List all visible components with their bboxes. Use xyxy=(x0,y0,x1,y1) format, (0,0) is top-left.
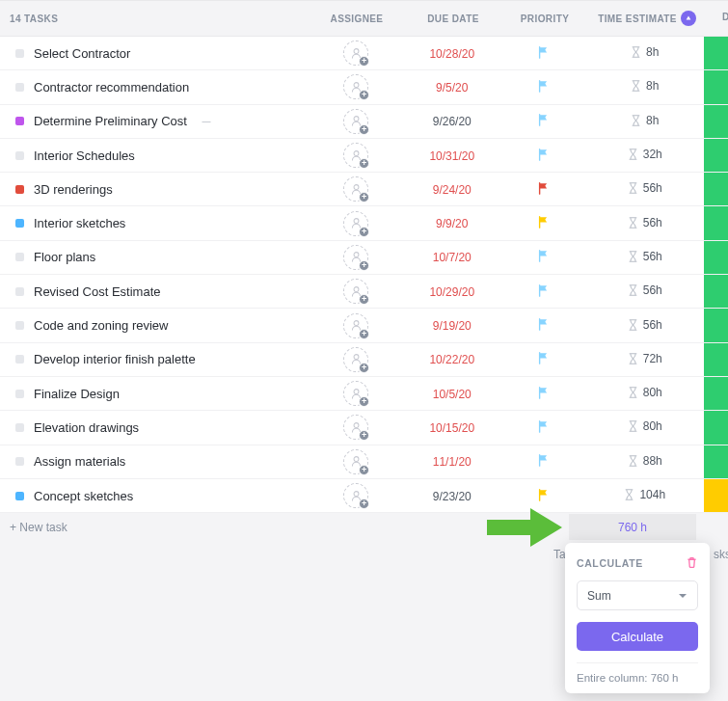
time-estimate[interactable]: 72h xyxy=(629,352,662,365)
time-estimate[interactable]: 56h xyxy=(629,250,662,263)
assignee-avatar-empty[interactable]: + xyxy=(343,415,368,440)
calculate-button[interactable]: Calculate xyxy=(577,622,698,651)
task-title[interactable]: Floor plans xyxy=(34,250,95,264)
status-bullet[interactable] xyxy=(15,219,24,228)
add-assignee-icon[interactable]: + xyxy=(359,294,369,305)
task-title[interactable]: Elevation drawings xyxy=(34,420,139,435)
priority-flag-icon[interactable] xyxy=(537,317,551,331)
priority-flag-icon[interactable] xyxy=(537,283,551,297)
time-estimate[interactable]: 88h xyxy=(629,454,662,468)
priority-flag-icon[interactable] xyxy=(537,419,551,433)
task-row[interactable]: Determine Preliminary Cost⸺+9/26/208h xyxy=(0,105,728,139)
time-estimate-total[interactable]: 760 h xyxy=(569,514,696,540)
assignee-avatar-empty[interactable]: + xyxy=(343,176,368,202)
add-assignee-icon[interactable]: + xyxy=(359,396,369,407)
status-bullet[interactable] xyxy=(15,287,24,296)
priority-flag-icon[interactable] xyxy=(537,453,551,467)
status-bullet[interactable] xyxy=(15,457,24,466)
assignee-avatar-empty[interactable]: + xyxy=(343,211,368,236)
task-title[interactable]: Interior Schedules xyxy=(34,148,135,163)
add-assignee-icon[interactable]: + xyxy=(359,158,369,169)
status-bullet[interactable] xyxy=(15,492,24,500)
priority-flag-icon[interactable] xyxy=(537,249,551,262)
time-estimate[interactable]: 56h xyxy=(629,181,662,195)
priority-flag-icon[interactable] xyxy=(537,181,551,195)
time-estimate[interactable]: 32h xyxy=(629,148,662,161)
time-estimate[interactable]: 80h xyxy=(629,419,662,433)
priority-flag-icon[interactable] xyxy=(537,351,551,364)
add-assignee-icon[interactable]: + xyxy=(359,465,369,475)
add-assignee-icon[interactable]: + xyxy=(359,192,369,202)
task-title[interactable]: 3D renderings xyxy=(34,182,113,197)
add-assignee-icon[interactable]: + xyxy=(359,56,369,67)
add-assignee-icon[interactable]: + xyxy=(359,260,369,271)
due-date[interactable]: 10/5/20 xyxy=(433,388,472,401)
assignee-avatar-empty[interactable]: + xyxy=(343,143,368,168)
time-estimate[interactable]: 8h xyxy=(632,79,659,93)
due-date[interactable]: 11/1/20 xyxy=(433,455,472,469)
task-title[interactable]: Develop interior finish palette xyxy=(34,352,196,366)
due-date[interactable]: 9/5/20 xyxy=(436,81,468,94)
status-bullet[interactable] xyxy=(15,423,24,432)
task-row[interactable]: Code and zoning review+9/19/2056h xyxy=(0,309,728,342)
time-estimate[interactable]: 104h xyxy=(625,488,665,501)
time-estimate[interactable]: 8h xyxy=(632,114,659,127)
time-estimate[interactable]: 56h xyxy=(629,216,662,229)
add-assignee-icon[interactable]: + xyxy=(359,430,369,441)
assignee-avatar-empty[interactable]: + xyxy=(343,449,368,474)
task-title[interactable]: Finalize Design xyxy=(34,387,120,401)
sort-ascending-icon[interactable] xyxy=(681,11,696,26)
assignee-avatar-empty[interactable]: + xyxy=(343,109,368,134)
assignee-avatar-empty[interactable]: + xyxy=(343,347,368,372)
due-date[interactable]: 10/31/20 xyxy=(429,149,474,163)
task-title[interactable]: Determine Preliminary Cost xyxy=(34,114,187,128)
due-date[interactable]: 10/28/20 xyxy=(429,47,474,61)
priority-flag-icon[interactable] xyxy=(537,113,551,126)
task-row[interactable]: Floor plans+10/7/2056h xyxy=(0,241,728,275)
task-title[interactable]: Revised Cost Estimate xyxy=(34,284,161,299)
task-title[interactable]: Concept sketches xyxy=(34,489,133,503)
add-assignee-icon[interactable]: + xyxy=(359,499,369,509)
task-row[interactable]: Interior sketches+9/9/2056h xyxy=(0,206,728,240)
calculate-function-select[interactable]: Sum xyxy=(577,580,698,610)
assignee-avatar-empty[interactable]: + xyxy=(343,279,368,304)
time-estimate[interactable]: 80h xyxy=(629,386,662,399)
priority-flag-icon[interactable] xyxy=(537,386,551,399)
status-bullet[interactable] xyxy=(15,321,24,330)
task-title[interactable]: Assign materials xyxy=(34,454,125,469)
add-assignee-icon[interactable]: + xyxy=(359,329,369,339)
due-date[interactable]: 10/15/20 xyxy=(429,421,474,435)
trash-icon[interactable] xyxy=(686,556,698,569)
status-bullet[interactable] xyxy=(15,49,24,58)
due-date[interactable]: 10/7/20 xyxy=(433,251,472,264)
due-date[interactable]: 10/22/20 xyxy=(429,353,474,366)
due-date[interactable]: 9/9/20 xyxy=(436,217,468,230)
task-title[interactable]: Select Contractor xyxy=(34,46,130,61)
priority-flag-icon[interactable] xyxy=(537,215,551,229)
status-bullet[interactable] xyxy=(15,83,24,92)
add-assignee-icon[interactable]: + xyxy=(359,227,369,237)
add-assignee-icon[interactable]: + xyxy=(359,363,369,373)
time-estimate[interactable]: 8h xyxy=(632,45,659,59)
task-row[interactable]: Elevation drawings+10/15/2080h xyxy=(0,411,728,445)
task-row[interactable]: Select Contractor+10/28/208h xyxy=(0,37,728,70)
assignee-avatar-empty[interactable]: + xyxy=(343,245,368,270)
due-date[interactable]: 9/24/20 xyxy=(433,183,472,197)
task-row[interactable]: Finalize Design+10/5/2080h xyxy=(0,377,728,411)
task-row[interactable]: Concept sketches+9/23/20104h xyxy=(0,479,728,513)
priority-flag-icon[interactable] xyxy=(537,148,551,161)
status-bullet[interactable] xyxy=(15,355,24,364)
col-header-time-estimate[interactable]: TIME ESTIMATE xyxy=(588,11,706,26)
status-bullet[interactable] xyxy=(15,390,24,398)
due-date[interactable]: 9/19/20 xyxy=(433,319,472,333)
status-bullet[interactable] xyxy=(15,253,24,261)
task-row[interactable]: Assign materials+11/1/2088h xyxy=(0,445,728,479)
task-row[interactable]: Contractor recommendation+9/5/208h xyxy=(0,70,728,104)
task-row[interactable]: Interior Schedules+10/31/2032h xyxy=(0,139,728,173)
task-title[interactable]: Contractor recommendation xyxy=(34,80,189,94)
task-row[interactable]: Develop interior finish palette+10/22/20… xyxy=(0,343,728,377)
assignee-avatar-empty[interactable]: + xyxy=(343,483,368,508)
add-assignee-icon[interactable]: + xyxy=(359,124,369,135)
due-date[interactable]: 9/26/20 xyxy=(433,115,472,128)
priority-flag-icon[interactable] xyxy=(537,488,551,501)
